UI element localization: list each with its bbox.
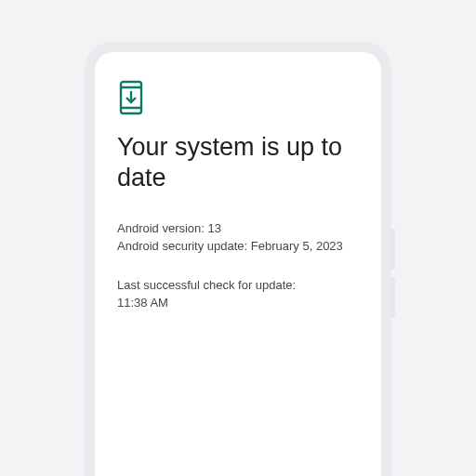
last-check-label: Last successful check for update:: [117, 276, 359, 295]
phone-frame: Your system is up to date Android versio…: [86, 43, 390, 476]
android-version-value: 13: [208, 221, 221, 235]
security-update-row: Android security updateFebruary 5, 2023: [117, 237, 359, 256]
version-info-block: Android version13 Android security updat…: [117, 219, 359, 256]
screen: Your system is up to date Android versio…: [95, 52, 381, 476]
android-version-row: Android version13: [117, 219, 359, 238]
page-title: Your system is up to date: [117, 132, 359, 193]
security-update-label: Android security update: [117, 239, 251, 253]
android-version-label: Android version: [117, 221, 208, 235]
security-update-value: February 5, 2023: [251, 239, 343, 253]
system-update-icon: [117, 80, 359, 115]
last-check-block: Last successful check for update: 11:38 …: [117, 276, 359, 312]
last-check-value: 11:38 AM: [117, 294, 359, 312]
side-button-bottom: [390, 277, 395, 318]
side-button-top: [390, 229, 395, 270]
